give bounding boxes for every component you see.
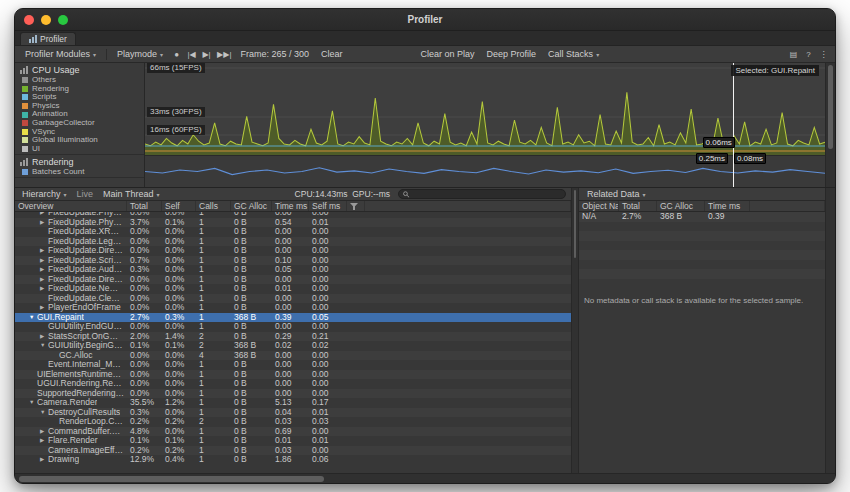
sample-table[interactable]: ▶FixedUpdate.Physics2DFixedUpdate0.0%0.0…	[15, 212, 571, 473]
scrollbar-thumb[interactable]	[19, 476, 324, 482]
table-row[interactable]: RenderLoop.CleanupNodeQueue0.2%0.2%20 B0…	[15, 417, 571, 427]
column-header-related-gc[interactable]: GC Alloc	[657, 201, 705, 211]
filter-icon[interactable]	[347, 201, 365, 211]
search-input[interactable]	[413, 190, 561, 199]
related-data-row[interactable]: N/A2.7%368 B0.39	[579, 212, 825, 222]
live-toggle[interactable]: Live	[73, 189, 98, 200]
expand-icon[interactable]: ▶	[40, 218, 48, 228]
expand-icon[interactable]: ▶	[40, 455, 48, 465]
layout-icon[interactable]: ▤	[787, 50, 800, 59]
deep-profile-toggle[interactable]: Deep Profile	[482, 48, 542, 61]
column-header-related-time[interactable]: Time ms	[705, 201, 750, 211]
calls-value: 1	[196, 284, 231, 294]
current-frame-indicator[interactable]	[733, 63, 734, 187]
expand-icon[interactable]: ▶	[40, 332, 48, 342]
table-row[interactable]: GUIUtility.EndGUI() [Invoke]0.0%0.0%10 B…	[15, 322, 571, 332]
legend-item[interactable]: UI	[15, 145, 144, 154]
column-header-time-ms[interactable]: Time ms	[272, 201, 309, 211]
table-row[interactable]: ▼GUIUtility.BeginGUI() [Invoke]0.1%0.1%2…	[15, 341, 571, 351]
expand-icon[interactable]: ▶	[40, 265, 48, 275]
table-row[interactable]: FixedUpdate.ClearLines0.0%0.0%10 B0.000.…	[15, 294, 571, 304]
thread-dropdown[interactable]: Main Thread ▾	[99, 189, 163, 200]
gc-alloc-value: 0 B	[231, 446, 272, 456]
table-row[interactable]: ▼DestroyCullResults0.3%0.0%10 B0.040.01	[15, 408, 571, 418]
table-scrollbar[interactable]	[571, 188, 579, 473]
view-mode-dropdown[interactable]: Hierarchy ▾	[18, 189, 71, 200]
last-frame-button[interactable]: ▶▶|	[215, 50, 233, 59]
table-row[interactable]: UIElementsRuntimeUtilityNativeRepaint0.0…	[15, 370, 571, 380]
collapse-icon[interactable]: ▼	[40, 341, 48, 351]
table-row[interactable]: FixedUpdate.XRFixedUpdate0.0%0.0%10 B0.0…	[15, 227, 571, 237]
profiler-modules-dropdown[interactable]: Profiler Modules ▾	[20, 48, 101, 61]
expand-icon[interactable]: ▶	[40, 303, 48, 313]
right-scrollbar[interactable]	[825, 188, 835, 473]
search-field[interactable]	[398, 189, 566, 199]
column-header-self[interactable]: Self	[162, 201, 196, 211]
calls-value: 1	[196, 322, 231, 332]
context-menu-icon[interactable]: ⋮	[817, 50, 830, 59]
sample-name: FixedUpdate.DirectorFixedUpdate	[48, 246, 124, 256]
table-row[interactable]: ▶FixedUpdate.AudioFixedUpdate0.3%0.0%10 …	[15, 265, 571, 275]
column-header-overview[interactable]: Overview	[15, 201, 127, 211]
table-row[interactable]: ▶FixedUpdate.DirectorFixedSampleDeferred…	[15, 275, 571, 285]
expand-icon[interactable]: ▶	[40, 256, 48, 266]
table-row[interactable]: ▶Drawing12.9%0.4%10 B1.860.06	[15, 455, 571, 465]
table-row[interactable]: ▼GUI.Repaint2.7%0.3%1368 B0.390.05	[15, 313, 571, 323]
scrollbar-thumb[interactable]	[574, 190, 576, 258]
first-frame-button[interactable]: |◀	[185, 50, 198, 59]
gc-alloc-value: 0 B	[231, 360, 272, 370]
collapse-icon[interactable]: ▼	[29, 398, 37, 408]
table-row[interactable]: SupportedRenderingFeatures0.0%0.0%10 B0.…	[15, 389, 571, 399]
table-row[interactable]: ▶FixedUpdate.PhysicsFixedUpdate3.7%0.1%1…	[15, 218, 571, 228]
playmode-dropdown[interactable]: Playmode ▾	[112, 48, 168, 61]
legend-item[interactable]: Batches Count	[15, 168, 144, 177]
column-header-self-ms[interactable]: Self ms	[309, 201, 347, 211]
clear-on-play-toggle[interactable]: Clear on Play	[416, 48, 480, 61]
table-row[interactable]: Event.Internal_MakeMasterEventCurrent0.0…	[15, 360, 571, 370]
table-row[interactable]: ▶Flare.Render0.1%0.1%10 B0.010.01	[15, 436, 571, 446]
table-row[interactable]: UGUI.Rendering.RenderOverlays0.0%0.0%10 …	[15, 379, 571, 389]
next-frame-button[interactable]: ▶|	[200, 50, 213, 59]
minimize-button[interactable]	[41, 15, 51, 25]
close-button[interactable]	[24, 15, 34, 25]
expand-icon[interactable]: ▶	[40, 427, 48, 437]
time-ms-value: 0.00	[272, 322, 309, 332]
legend-color-swatch	[22, 103, 28, 109]
chart-column[interactable]: 66ms (15FPS) 33ms (30FPS) 16ms (60FPS) S…	[145, 63, 825, 187]
collapse-icon[interactable]: ▼	[29, 313, 37, 323]
table-row[interactable]: Camera.ImageEffects0.2%0.2%10 B0.030.00	[15, 446, 571, 456]
table-row[interactable]: GC.Alloc0.0%0.0%4368 B0.000.00	[15, 351, 571, 361]
expand-icon[interactable]: ▶	[40, 246, 48, 256]
zoom-button[interactable]	[58, 15, 68, 25]
record-button[interactable]: ●	[170, 50, 183, 59]
column-header-calls[interactable]: Calls	[196, 201, 231, 211]
tab-profiler[interactable]: Profiler	[20, 32, 76, 45]
column-header-related-total[interactable]: Total	[619, 201, 657, 211]
expand-icon[interactable]: ▶	[40, 275, 48, 285]
table-row[interactable]: FixedUpdate.LegacyFixedAnimationUpdate0.…	[15, 237, 571, 247]
clear-button[interactable]: Clear	[316, 48, 348, 61]
column-header-total[interactable]: Total	[127, 201, 162, 211]
horizontal-scrollbar[interactable]	[15, 473, 835, 483]
time-ms-value: 0.00	[272, 237, 309, 247]
expand-icon[interactable]: ▶	[40, 284, 48, 294]
call-stacks-dropdown[interactable]: Call Stacks ▾	[543, 48, 604, 61]
titlebar[interactable]: Profiler	[15, 9, 835, 31]
related-data-dropdown[interactable]: Related Data ▾	[583, 189, 650, 200]
help-icon[interactable]: ?	[802, 50, 815, 59]
table-row[interactable]: ▼Camera.Render35.5%1.2%10 B5.130.17	[15, 398, 571, 408]
table-body: ▶FixedUpdate.Physics2DFixedUpdate0.0%0.0…	[15, 212, 571, 465]
collapse-icon[interactable]: ▼	[40, 408, 48, 418]
modules-scrollbar[interactable]	[825, 63, 835, 187]
column-header-object-name[interactable]: Object Name	[579, 201, 619, 211]
table-row[interactable]: ▶CommandBuffer.BeforeImageEffects4.8%0.0…	[15, 427, 571, 437]
scrollbar-thumb[interactable]	[828, 65, 833, 149]
table-row[interactable]: ▶PlayerEndOfFrame0.0%0.0%10 B0.000.00	[15, 303, 571, 313]
table-row[interactable]: ▶FixedUpdate.DirectorFixedUpdate0.0%0.0%…	[15, 246, 571, 256]
table-row[interactable]: ▶StatsScript.OnGUI() [Invoke]2.0%1.4%20 …	[15, 332, 571, 342]
table-row[interactable]: ▶FixedUpdate.ScriptRunBehaviourFixedUpda…	[15, 256, 571, 266]
self-ms-value: 0.00	[309, 370, 347, 380]
table-row[interactable]: ▶FixedUpdate.NewInputFixedUpdate0.0%0.0%…	[15, 284, 571, 294]
column-header-gc-alloc[interactable]: GC Alloc	[231, 201, 272, 211]
expand-icon[interactable]: ▶	[40, 436, 48, 446]
